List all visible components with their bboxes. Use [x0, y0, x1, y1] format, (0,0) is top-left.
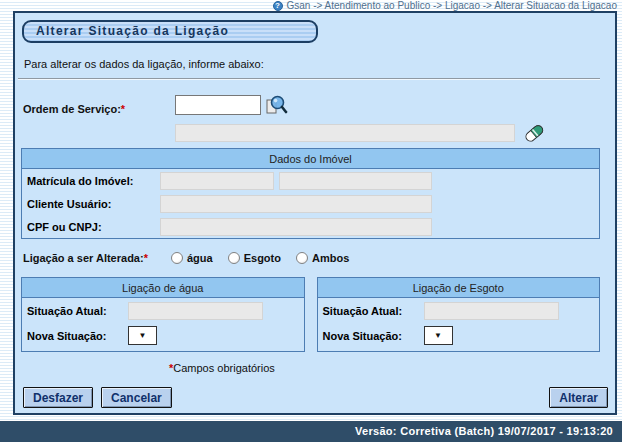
cpf-cnpj-row: CPF ou CNPJ: — [22, 215, 599, 238]
matricula-row: Matrícula do Imóvel: — [22, 169, 599, 192]
required-asterisk: * — [121, 103, 125, 115]
chevron-down-icon: ▼ — [139, 331, 147, 340]
intro-text: Para alterar os dados da ligação, inform… — [24, 58, 615, 70]
agua-situacao-atual-row: Situação Atual: — [22, 298, 304, 322]
ordem-servico-label: Ordem de Serviço:* — [23, 103, 175, 117]
cancelar-button[interactable]: Cancelar — [101, 387, 172, 408]
ligacao-esgoto-header: Ligação de Esgoto — [318, 278, 600, 298]
page-title: Alterar Situação da Ligação — [22, 20, 318, 43]
esgoto-nova-situacao-row: Nova Situação: ▼ — [318, 322, 600, 347]
ordem-servico-description-row — [23, 122, 615, 144]
ordem-servico-row: Ordem de Serviço:* — [23, 93, 615, 117]
dados-imovel-header: Dados do Imóvel — [22, 149, 599, 169]
ligacao-alterada-label: Ligação a ser Alterada:* — [23, 252, 171, 264]
required-fields-note: *Campos obrigatórios — [169, 362, 615, 374]
agua-situacao-atual-label: Situação Atual: — [27, 305, 128, 317]
main-window: Alterar Situação da Ligação Para alterar… — [13, 11, 617, 415]
cpf-cnpj-label: CPF ou CNPJ: — [27, 221, 160, 233]
ligacao-agua-header: Ligação de água — [22, 278, 304, 298]
ligacao-panels: Ligação de água Situação Atual: Nova Sit… — [21, 277, 600, 352]
required-asterisk: * — [144, 252, 148, 264]
alterar-button[interactable]: Alterar — [549, 387, 608, 408]
esgoto-nova-situacao-select[interactable]: ▼ — [424, 326, 453, 345]
version-text: Versão: Corretiva (Batch) 19/07/2017 - 1… — [355, 425, 613, 437]
radio-esgoto-label[interactable]: Esgoto — [244, 252, 281, 264]
ordem-servico-label-text: Ordem de Serviço: — [23, 103, 121, 115]
divider — [18, 78, 600, 80]
button-bar: Desfazer Cancelar Alterar — [23, 387, 608, 408]
ordem-servico-description-field — [175, 124, 515, 142]
matricula-field-2 — [279, 172, 432, 190]
ligacao-alterada-row: Ligação a ser Alterada:* água Esgoto Amb… — [23, 252, 615, 264]
breadcrumb: ? Gsan -> Atendimento ao Publico -> Liga… — [0, 0, 617, 11]
esgoto-situacao-atual-label: Situação Atual: — [323, 305, 424, 317]
version-footer: Versão: Corretiva (Batch) 19/07/2017 - 1… — [0, 421, 622, 442]
breadcrumb-path: Gsan -> Atendimento ao Publico -> Ligaca… — [287, 0, 618, 11]
chevron-down-icon: ▼ — [434, 331, 442, 340]
agua-nova-situacao-select[interactable]: ▼ — [128, 326, 157, 345]
esgoto-situacao-atual-row: Situação Atual: — [318, 298, 600, 322]
esgoto-situacao-atual-field — [424, 302, 559, 320]
dados-imovel-section: Dados do Imóvel Matrícula do Imóvel: Cli… — [21, 148, 600, 239]
help-icon[interactable]: ? — [273, 1, 283, 11]
radio-ambos-label[interactable]: Ambos — [312, 252, 349, 264]
search-magnifier-icon[interactable] — [264, 93, 288, 117]
agua-nova-situacao-row: Nova Situação: ▼ — [22, 322, 304, 347]
ligacao-esgoto-panel: Ligação de Esgoto Situação Atual: Nova S… — [317, 277, 601, 352]
agua-nova-situacao-label: Nova Situação: — [27, 330, 128, 342]
required-note-text: Campos obrigatórios — [173, 362, 275, 374]
ligacao-alterada-label-text: Ligação a ser Alterada: — [23, 252, 144, 264]
radio-agua-label[interactable]: água — [187, 252, 213, 264]
cliente-usuario-field — [160, 195, 432, 213]
eraser-icon[interactable] — [522, 122, 546, 144]
ligacao-agua-panel: Ligação de água Situação Atual: Nova Sit… — [21, 277, 305, 352]
ordem-servico-input[interactable] — [175, 95, 261, 115]
desfazer-button[interactable]: Desfazer — [23, 387, 93, 408]
radio-ambos[interactable] — [296, 252, 308, 264]
agua-situacao-atual-field — [128, 302, 263, 320]
cliente-usuario-row: Cliente Usuário: — [22, 192, 599, 215]
esgoto-nova-situacao-label: Nova Situação: — [323, 330, 424, 342]
radio-esgoto[interactable] — [228, 252, 240, 264]
matricula-field-1 — [160, 172, 274, 190]
cliente-usuario-label: Cliente Usuário: — [27, 198, 160, 210]
cpf-cnpj-field — [160, 218, 432, 236]
matricula-label: Matrícula do Imóvel: — [27, 175, 160, 187]
radio-agua[interactable] — [171, 252, 183, 264]
